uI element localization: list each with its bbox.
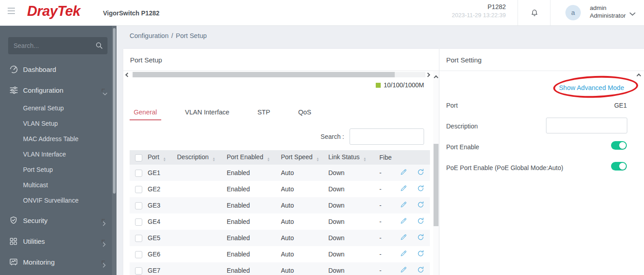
row-checkbox[interactable] xyxy=(135,202,142,209)
scroll-up-arrow[interactable] xyxy=(434,76,439,80)
sliders-icon xyxy=(9,85,19,95)
cell-port: GE7 xyxy=(148,267,177,274)
row-checkbox[interactable] xyxy=(135,251,142,258)
notification-bell-icon[interactable] xyxy=(530,9,539,19)
avatar[interactable]: a xyxy=(565,5,581,20)
refresh-icon[interactable] xyxy=(417,266,425,275)
draytek-logo: DrayTek xyxy=(27,3,80,19)
vertical-scrollbar-thumb[interactable] xyxy=(434,144,439,226)
cell-port: GE5 xyxy=(148,234,177,242)
edit-pencil-icon[interactable] xyxy=(400,266,407,275)
header-divider xyxy=(518,0,518,25)
sidebar-item-dashboard[interactable]: Dashboard xyxy=(0,63,111,75)
breadcrumb: Configuration/Port Setup xyxy=(130,32,207,39)
edit-pencil-icon[interactable] xyxy=(400,250,407,259)
sidebar-search xyxy=(8,37,107,54)
chevron-right-icon xyxy=(102,240,105,243)
port-setup-title: Port Setup xyxy=(123,49,439,71)
sort-icon[interactable]: ▲▼ xyxy=(316,157,319,161)
sort-icon[interactable]: ▲▼ xyxy=(363,157,366,161)
sidebar-subitem-vlan-setup[interactable]: VLAN Setup xyxy=(0,116,111,131)
show-advanced-mode-link[interactable]: Show Advanced Mode xyxy=(559,84,624,91)
tab-stp[interactable]: STP xyxy=(253,106,274,120)
cell-port-enabled: Enabled xyxy=(227,218,281,225)
row-checkbox[interactable] xyxy=(135,186,142,193)
device-model: P1282 xyxy=(425,3,506,10)
cell-link-status: Down xyxy=(328,185,379,193)
sidebar-subitem-port-setup[interactable]: Port Setup xyxy=(0,162,111,177)
breadcrumb-port-setup[interactable]: Port Setup xyxy=(176,32,207,39)
tab-general[interactable]: General xyxy=(130,106,161,120)
cell-port: GE4 xyxy=(148,218,177,225)
sidebar-subitem-general-setup[interactable]: General Setup xyxy=(0,100,111,116)
row-checkbox[interactable] xyxy=(135,267,142,275)
sidebar-subitem-vlan-interface[interactable]: VLAN Interface xyxy=(0,147,111,162)
cell-fiber: - xyxy=(379,267,396,274)
edit-pencil-icon[interactable] xyxy=(400,168,407,177)
table-row: GE4 Enabled Auto Down - xyxy=(130,213,430,230)
edit-pencil-icon[interactable] xyxy=(400,185,407,194)
cell-port-enabled: Enabled xyxy=(227,234,281,242)
refresh-icon[interactable] xyxy=(417,201,425,210)
horizontal-scrollbar-thumb[interactable] xyxy=(133,72,395,77)
cell-port-speed: Auto xyxy=(281,267,328,274)
tab-vlan-interface[interactable]: VLAN Interface xyxy=(181,106,233,120)
sort-icon[interactable]: ▲▼ xyxy=(267,157,270,161)
user-menu-chevron-down-icon[interactable] xyxy=(629,10,636,18)
refresh-icon[interactable] xyxy=(417,168,425,177)
sidebar-subitem-onvif-surveillance[interactable]: ONVIF Surveillance xyxy=(0,193,111,208)
sidebar-item-security[interactable]: Security xyxy=(0,214,111,226)
sort-icon[interactable]: ▲▼ xyxy=(212,157,215,161)
refresh-icon[interactable] xyxy=(417,217,425,226)
sidebar-subitem-mac-address-table[interactable]: MAC Address Table xyxy=(0,131,111,147)
refresh-icon[interactable] xyxy=(417,250,425,259)
edit-pencil-icon[interactable] xyxy=(400,233,407,242)
row-checkbox[interactable] xyxy=(135,218,142,226)
sidebar-scrollbar-thumb[interactable] xyxy=(113,28,116,194)
toggle-knob xyxy=(619,142,626,149)
sidebar-subitem-multicast[interactable]: Multicast xyxy=(0,177,111,193)
cell-link-status: Down xyxy=(328,218,379,225)
cell-fiber: - xyxy=(379,234,396,242)
sort-icon[interactable]: ▲▼ xyxy=(163,157,166,161)
edit-pencil-icon[interactable] xyxy=(400,201,407,210)
port-field-label: Port xyxy=(446,102,458,109)
cell-port-enabled: Enabled xyxy=(227,185,281,193)
row-checkbox[interactable] xyxy=(135,170,142,177)
cell-fiber: - xyxy=(379,202,396,209)
refresh-icon[interactable] xyxy=(417,233,425,242)
edit-pencil-icon[interactable] xyxy=(400,217,407,226)
sidebar-item-utilities[interactable]: Utilities xyxy=(0,235,111,247)
cell-fiber: - xyxy=(379,169,396,176)
port-table: Port▲▼ Description▲▼ Port Enabled▲▼ Port… xyxy=(130,150,430,275)
app-header: DrayTek VigorSwitch P1282 P1282 2023-11-… xyxy=(0,0,644,26)
cell-port-speed: Auto xyxy=(281,185,328,193)
grid-icon xyxy=(9,237,19,246)
refresh-icon[interactable] xyxy=(417,185,425,194)
sidebar-item-configuration[interactable]: Configuration xyxy=(0,84,111,96)
cell-port-speed: Auto xyxy=(281,169,328,176)
cell-port: GE3 xyxy=(148,202,177,209)
row-checkbox[interactable] xyxy=(135,235,142,242)
sidebar-search-input[interactable] xyxy=(8,37,92,54)
table-row: GE5 Enabled Auto Down - xyxy=(130,230,430,246)
sidebar-item-monitoring[interactable]: Monitoring xyxy=(0,256,111,268)
cell-port-enabled: Enabled xyxy=(227,251,281,258)
cell-fiber: - xyxy=(379,251,396,258)
hamburger-menu-icon[interactable] xyxy=(8,8,15,16)
gauge-icon xyxy=(9,65,19,74)
description-input[interactable] xyxy=(546,118,627,133)
scroll-right-arrow[interactable] xyxy=(426,73,430,77)
scroll-left-arrow[interactable] xyxy=(126,73,130,77)
table-search-input[interactable] xyxy=(350,128,424,145)
port-table-body: GE1 Enabled Auto Down - GE2 Enabled Auto… xyxy=(130,165,430,275)
scroll-up-arrow[interactable] xyxy=(637,74,641,78)
cell-port-speed: Auto xyxy=(281,251,328,258)
port-enable-toggle[interactable] xyxy=(611,141,627,150)
cell-port-enabled: Enabled xyxy=(227,202,281,209)
tab-qos[interactable]: QoS xyxy=(294,106,315,120)
breadcrumb-configuration[interactable]: Configuration xyxy=(130,32,168,39)
select-all-checkbox[interactable] xyxy=(135,154,142,161)
table-row: GE2 Enabled Auto Down - xyxy=(130,181,430,197)
poe-port-enable-toggle[interactable] xyxy=(611,162,627,171)
